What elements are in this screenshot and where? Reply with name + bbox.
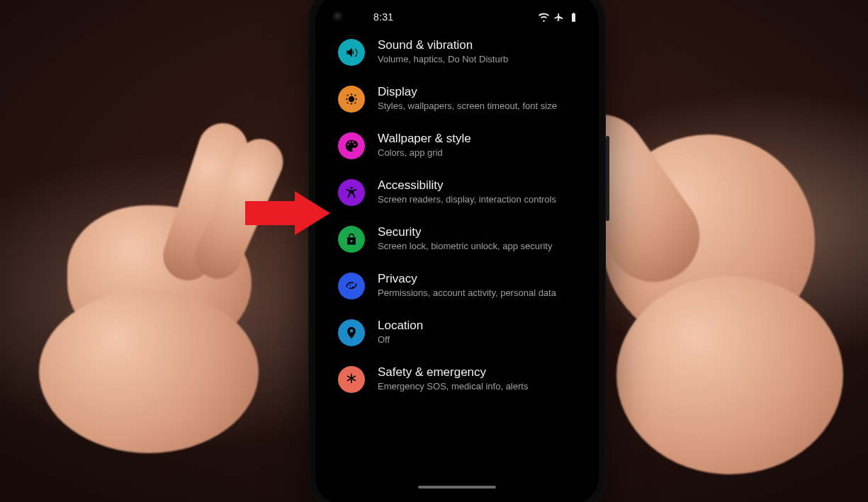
settings-row-display[interactable]: Display Styles, wallpapers, screen timeo…: [335, 75, 579, 122]
settings-row-subtitle: Screen readers, display, interaction con…: [378, 194, 576, 205]
gesture-nav-hint[interactable]: [418, 486, 496, 489]
settings-row-subtitle: Emergency SOS, medical info, alerts: [378, 381, 576, 392]
asterisk-icon: [338, 366, 365, 393]
status-time: 8:31: [373, 11, 393, 23]
lock-icon: [338, 226, 365, 253]
settings-row-subtitle: Colors, app grid: [378, 147, 576, 159]
accessibility-icon: [338, 179, 365, 206]
left-hand: [39, 163, 308, 460]
settings-row-subtitle: Screen lock, biometric unlock, app secur…: [378, 241, 576, 252]
settings-row-title: Display: [378, 84, 576, 99]
settings-row-title: Sound & vibration: [378, 38, 576, 52]
punch-hole-camera: [332, 11, 344, 23]
svg-point-0: [350, 187, 352, 189]
settings-row-subtitle: Off: [378, 334, 576, 346]
settings-row-sound[interactable]: Sound & vibration Volume, haptics, Do No…: [335, 28, 579, 75]
status-bar: 8:31: [322, 3, 592, 28]
settings-row-title: Location: [378, 318, 576, 333]
settings-row-privacy[interactable]: Privacy Permissions, account activity, p…: [335, 262, 579, 309]
volume-icon: [338, 39, 365, 66]
phone-screen: 8:31: [322, 3, 592, 494]
power-button[interactable]: [606, 136, 609, 221]
settings-row-title: Security: [378, 224, 576, 239]
settings-row-title: Wallpaper & style: [378, 131, 576, 146]
settings-row-wallpaper[interactable]: Wallpaper & style Colors, app grid: [335, 122, 579, 169]
settings-row-title: Accessibility: [378, 178, 576, 193]
settings-row-subtitle: Styles, wallpapers, screen timeout, font…: [378, 101, 576, 112]
location-icon: [338, 319, 365, 346]
settings-row-accessibility[interactable]: Accessibility Screen readers, display, i…: [335, 169, 579, 215]
settings-list[interactable]: Sound & vibration Volume, haptics, Do No…: [322, 28, 592, 416]
privacy-icon: [338, 273, 365, 300]
palette-icon: [338, 132, 365, 159]
settings-row-security[interactable]: Security Screen lock, biometric unlock, …: [335, 215, 579, 262]
battery-icon: [568, 12, 579, 23]
airplane-icon: [553, 12, 564, 23]
photo-scene: 8:31: [0, 0, 868, 502]
settings-row-title: Safety & emergency: [378, 365, 576, 380]
settings-row-safety[interactable]: Safety & emergency Emergency SOS, medica…: [335, 355, 579, 402]
settings-row-subtitle: Permissions, account activity, personal …: [378, 287, 576, 299]
brightness-icon: [338, 86, 365, 113]
wifi-icon: [539, 12, 549, 23]
settings-row-title: Privacy: [378, 271, 576, 286]
settings-row-subtitle: Volume, haptics, Do Not Disturb: [378, 54, 576, 65]
settings-row-location[interactable]: Location Off: [335, 309, 579, 355]
phone-frame: 8:31: [308, 0, 606, 502]
